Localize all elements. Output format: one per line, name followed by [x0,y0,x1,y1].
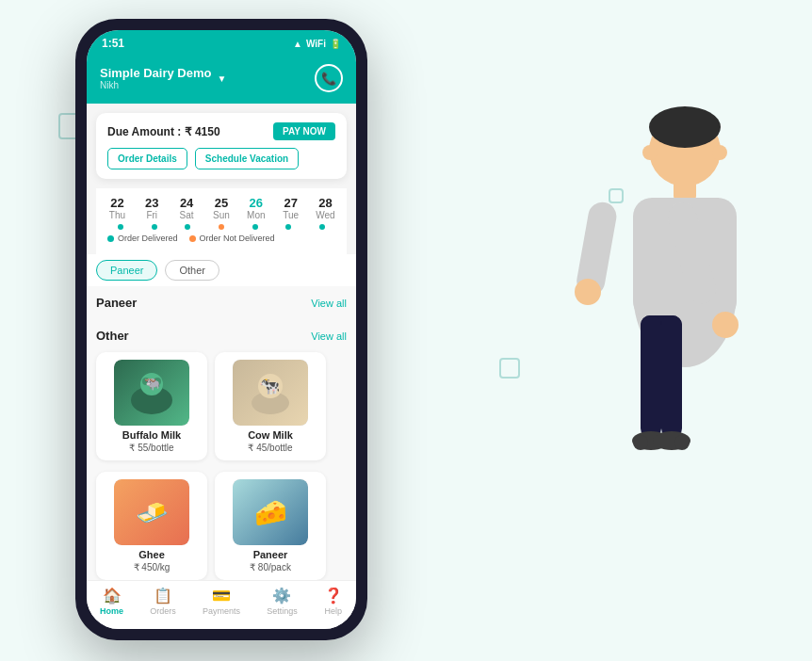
svg-rect-20 [641,315,661,438]
legend-not-delivered-text: Order Not Delivered [200,234,275,243]
ghee-price: ₹ 450/kg [104,562,200,572]
filter-other[interactable]: Other [165,260,219,281]
svg-point-9 [649,106,721,148]
status-time: 1:51 [102,37,124,50]
ghee-img-placeholder: 🧈 [114,479,189,545]
dot-sun [219,224,224,230]
svg-rect-21 [661,315,682,438]
dot-mon [252,224,258,230]
product-ghee[interactable]: 🧈 Ghee ₹ 450/kg [96,472,207,580]
day-mon[interactable]: 26 Mon [239,196,273,220]
svg-point-23 [633,435,648,450]
ghee-image: 🧈 [114,479,189,545]
filter-paneer[interactable]: Paneer [96,260,157,281]
paneer-section-header: Paneer View all [96,290,347,315]
paneer-price: ₹ 80/pack [222,562,318,572]
svg-text:🐃: 🐃 [144,376,161,392]
pay-now-button[interactable]: PAY NOW [273,122,335,140]
other-section: Other View all [87,319,356,591]
phone-call-button[interactable]: 📞 [315,64,343,92]
ghee-name: Ghee [104,549,200,560]
home-icon: 🏠 [103,587,122,605]
phone-device: 1:51 ▲WiFi🔋 Simple Dairy Demo Nikh ▼ 📞 [75,19,367,640]
status-icons: ▲WiFi🔋 [293,39,341,49]
scroll-content: Due Amount : ₹ 4150 PAY NOW Order Detail… [87,104,356,627]
home-label: Home [100,606,123,616]
dot-thu [118,224,123,230]
day-tue[interactable]: 27 Tue [274,196,308,220]
other-section-title: Other [96,329,129,343]
brand-subtitle: Nikh [100,80,212,90]
header-brand-area[interactable]: Simple Dairy Demo Nikh ▼ [100,66,226,90]
bottom-nav: 🏠 Home 📋 Orders 💳 Payments ⚙️ Settings ❓ [87,580,356,629]
nav-home[interactable]: 🏠 Home [100,587,123,621]
settings-label: Settings [267,606,298,616]
product-cow-milk[interactable]: 🐄 Cow Milk ₹ 45/bottle [215,352,326,460]
dot-fri [152,224,157,230]
paneer-section-title: Paneer [96,296,137,310]
nav-settings[interactable]: ⚙️ Settings [267,587,298,621]
paneer-image: 🧀 [233,479,308,545]
status-bar: 1:51 ▲WiFi🔋 [87,30,356,56]
nav-orders[interactable]: 📋 Orders [150,587,176,621]
paneer-img-placeholder: 🧀 [233,479,308,545]
buffalo-img-placeholder: 🐃 [114,360,189,426]
action-buttons-row: Order Details Schedule Vacation [107,148,335,169]
other-section-header: Other View all [96,323,347,348]
svg-rect-12 [674,181,696,200]
orders-label: Orders [150,606,176,616]
brand-name: Simple Dairy Demo [100,66,212,80]
due-amount-card: Due Amount : ₹ 4150 PAY NOW Order Detail… [96,113,347,179]
order-details-button[interactable]: Order Details [107,148,187,169]
svg-point-17 [712,312,739,338]
buffalo-milk-name: Buffalo Milk [104,429,200,441]
legend-not-delivered-dot [189,235,196,242]
day-sat[interactable]: 24 Sat [170,196,203,220]
due-amount-label: Due Amount : ₹ 4150 [107,125,220,138]
cow-milk-image: 🐄 [233,360,308,426]
svg-point-10 [642,145,658,160]
product-paneer[interactable]: 🧀 Paneer ₹ 80/pack [215,472,326,580]
buffalo-milk-image: 🐃 [114,360,189,426]
paneer-view-all[interactable]: View all [311,298,347,309]
nav-help[interactable]: ❓ Help [324,587,343,621]
schedule-vacation-button[interactable]: Schedule Vacation [195,148,299,169]
svg-point-11 [712,145,727,160]
help-label: Help [325,606,343,616]
days-row: 22 Thu 23 Fri 24 Sat 25 [100,196,343,220]
other-product-grid-2: 🧈 Ghee ₹ 450/kg 🧀 [96,468,347,584]
cow-img-placeholder: 🐄 [233,360,308,426]
other-product-grid: 🐃 Buffalo Milk ₹ 55/bottle [96,348,347,464]
person-illustration [511,38,774,584]
other-view-all[interactable]: View all [311,330,347,342]
payments-label: Payments [203,606,240,616]
app-header: Simple Dairy Demo Nikh ▼ 📞 [87,56,356,104]
svg-text:🐄: 🐄 [259,376,281,396]
legend-delivered-dot [107,235,114,242]
svg-point-18 [575,279,601,305]
settings-icon: ⚙️ [272,587,291,605]
legend-delivered-text: Order Delivered [118,234,178,243]
dropdown-arrow-icon[interactable]: ▼ [218,73,227,84]
nav-payments[interactable]: 💳 Payments [203,587,240,621]
product-buffalo-milk[interactable]: 🐃 Buffalo Milk ₹ 55/bottle [96,352,207,460]
paneer-section: Paneer View all [87,286,356,319]
payments-icon: 💳 [212,587,231,605]
paneer-name: Paneer [222,549,318,560]
svg-point-25 [674,435,690,450]
buffalo-milk-price: ₹ 55/bottle [104,443,200,453]
orders-icon: 📋 [154,587,172,605]
filter-tabs: Paneer Other [87,254,356,286]
calendar-strip: 22 Thu 23 Fri 24 Sat 25 [96,188,347,254]
day-thu[interactable]: 22 Thu [100,196,134,220]
cow-milk-name: Cow Milk [222,429,318,441]
calendar-legend: Order Delivered Order Not Delivered [100,230,343,247]
day-wed[interactable]: 28 Wed [308,196,342,220]
day-sun[interactable]: 25 Sun [204,196,238,220]
day-fri[interactable]: 23 Fri [135,196,169,220]
help-icon: ❓ [324,587,343,605]
cow-milk-price: ₹ 45/bottle [222,443,318,453]
